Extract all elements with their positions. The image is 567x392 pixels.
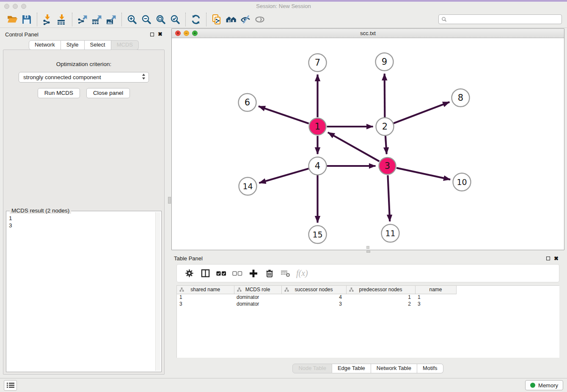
column-header-shared-name[interactable]: shared name [177,286,234,294]
hide-graphics-details-icon[interactable] [238,12,253,27]
graph-node-1[interactable]: 1 [309,118,326,135]
first-neighbors-icon[interactable] [224,12,238,27]
export-table-icon[interactable] [90,12,104,27]
graph-node-4[interactable]: 4 [309,157,327,175]
graph-node-15[interactable]: 15 [309,226,327,243]
export-image-icon[interactable] [104,12,118,27]
network-canvas[interactable]: 1234678910111415 [172,38,564,250]
table-cell[interactable]: 3 [281,301,346,307]
graph-node-14[interactable]: 14 [239,177,257,195]
graph-node-9[interactable]: 9 [376,53,394,71]
column-label: MCDS role [245,287,270,293]
delete-table-icon[interactable] [278,265,294,282]
mcds-result-box: MCDS result (2 nodes) 1 3 [6,211,162,372]
table-cell[interactable]: 1 [177,294,234,301]
mcds-result-text[interactable]: 1 3 [7,212,154,371]
graph-edge-2-9[interactable] [385,74,385,117]
graph-edge-2-3[interactable] [385,136,387,154]
canvas-grip[interactable] [366,246,369,249]
control-panel: Control Panel ✖ NetworkStyleSelectMCDS O… [0,28,168,378]
table-cell[interactable]: 3 [177,301,234,307]
graph-node-3[interactable]: 3 [379,157,396,174]
graph-edge-3-1[interactable] [328,133,379,161]
zoom-out-icon[interactable] [139,12,154,27]
tab-edge-table[interactable]: Edge Table [332,364,371,373]
result-scrollbar[interactable] [155,212,160,371]
table-cell[interactable]: 2 [346,301,415,307]
memory-button[interactable]: Memory [525,380,563,390]
network-window-titlebar[interactable]: × − + scc.txt [172,29,564,38]
tab-network[interactable]: Network [29,40,61,50]
criterion-select[interactable]: strongly connected component [19,72,149,83]
import-table-icon[interactable] [55,12,69,27]
zoom-selected-icon[interactable] [168,12,182,27]
graph-node-8[interactable]: 8 [452,89,470,107]
column-header-successor-nodes[interactable]: successor nodes [281,286,346,294]
status-bar: Memory [0,378,567,392]
task-history-button[interactable] [4,380,17,391]
table-cell[interactable]: 1 [346,294,415,301]
graph-edge-1-6[interactable] [259,106,309,124]
network-graph[interactable]: 1234678910111415 [172,38,564,250]
graph-node-11[interactable]: 11 [382,224,399,242]
search-box[interactable] [438,14,562,24]
tab-node-table[interactable]: Node Table [292,364,332,373]
tab-select[interactable]: Select [85,40,111,50]
graph-node-2[interactable]: 2 [376,118,394,135]
table-row[interactable]: 1dominator411 [177,294,465,301]
column-type-icon [237,287,242,293]
apply-layout-icon[interactable] [189,12,203,27]
column-header-name[interactable]: name [415,286,456,294]
column-header-predecessor-nodes[interactable]: predecessor nodes [346,286,415,294]
graph-edge-3-10[interactable] [396,168,450,179]
delete-column-icon[interactable] [261,265,278,282]
node-table-body: 1dominator4113dominator323 [177,294,465,307]
table-cell[interactable]: 3 [415,301,456,307]
clone-network-icon[interactable] [209,12,224,27]
table-cell[interactable]: 1 [415,294,456,301]
save-session-icon[interactable] [19,12,34,27]
graph-edge-2-8[interactable] [394,102,449,123]
memory-label: Memory [538,382,558,389]
zoom-fit-icon[interactable] [154,12,168,27]
tab-style[interactable]: Style [61,40,85,50]
split-view-icon[interactable] [197,265,213,282]
close-panel-button[interactable]: Close panel [86,88,130,98]
graph-node-7[interactable]: 7 [309,54,327,72]
graph-node-10[interactable]: 10 [453,173,471,191]
float-panel-icon[interactable] [546,257,550,260]
export-network-icon[interactable] [75,12,90,27]
deselect-all-checkboxes-icon[interactable] [229,265,245,282]
horizontal-splitter[interactable] [171,250,564,253]
graph-edge-3-11[interactable] [388,175,390,221]
select-stepper-icon [142,73,146,81]
column-header-mcds-role[interactable]: MCDS role [234,286,281,294]
import-network-icon[interactable] [40,12,55,27]
select-all-checkboxes-icon[interactable] [213,265,229,282]
vertical-splitter[interactable] [168,28,171,378]
table-row[interactable]: 3dominator323 [177,301,465,307]
zoom-in-icon[interactable] [125,12,139,27]
tab-mcds[interactable]: MCDS [111,40,139,50]
tab-motifs[interactable]: Motifs [417,364,443,373]
splitter-grip[interactable] [168,197,171,204]
graph-edge-4-14[interactable] [259,168,308,183]
show-graphics-details-icon[interactable] [253,12,267,27]
table-cell[interactable]: dominator [234,294,281,301]
close-panel-icon[interactable]: ✖ [158,32,162,36]
function-builder-icon[interactable]: f(x) [294,268,311,278]
table-cell[interactable]: dominator [234,301,281,307]
float-panel-icon[interactable] [150,33,154,36]
network-window-title: scc.txt [172,30,564,36]
add-column-icon[interactable] [245,265,261,282]
settings-gear-icon[interactable] [181,265,197,282]
run-mcds-button[interactable]: Run MCDS [38,88,80,98]
close-panel-icon[interactable]: ✖ [554,257,559,261]
open-session-icon[interactable] [5,12,19,27]
graph-node-6[interactable]: 6 [239,94,256,111]
table-cell[interactable]: 4 [281,294,346,301]
splitter-grip[interactable] [366,251,370,253]
search-input[interactable] [447,15,561,23]
tab-network-table[interactable]: Network Table [371,364,417,373]
svg-text:7: 7 [315,58,320,68]
